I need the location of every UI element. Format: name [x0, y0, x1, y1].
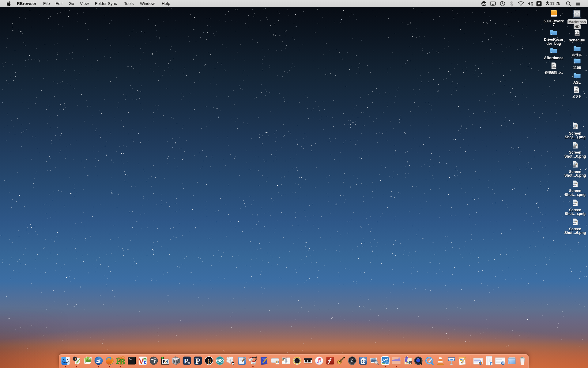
svg-text:P: P — [184, 357, 188, 365]
svg-text:β: β — [207, 357, 211, 365]
svg-text:.txt: .txt — [558, 71, 563, 74]
svg-text:PNG: PNG — [574, 185, 576, 186]
svg-text:intel: intel — [386, 362, 388, 364]
svg-text:PNG: PNG — [574, 204, 576, 205]
svg-text:J: J — [74, 357, 76, 361]
svg-text:App: App — [406, 360, 412, 364]
svg-text:V: V — [139, 357, 144, 365]
svg-text:Pd: Pd — [163, 360, 168, 364]
svg-text:PNG: PNG — [574, 166, 576, 167]
svg-text:A: A — [538, 2, 541, 6]
svg-text:PNG: PNG — [574, 147, 576, 148]
svg-text:PNG: PNG — [574, 223, 576, 224]
svg-text:G: G — [361, 359, 365, 364]
svg-text:PNG: PNG — [574, 127, 576, 128]
svg-text:P: P — [195, 357, 200, 366]
svg-text:11:26: 11:26 — [550, 1, 560, 6]
